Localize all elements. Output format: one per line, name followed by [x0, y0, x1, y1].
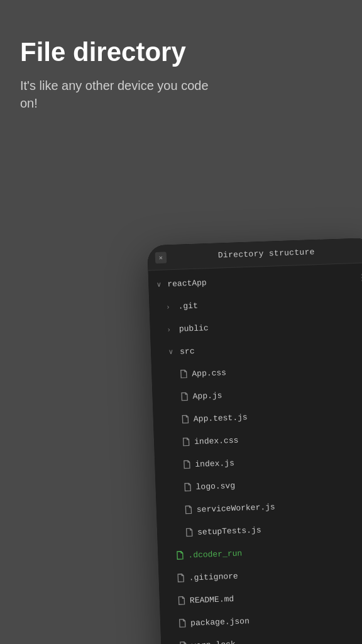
tree-more-icon[interactable]: ⋮	[358, 272, 362, 282]
tree-label-logo_svg: logo.svg	[195, 476, 362, 491]
tree-label-src: src	[180, 340, 360, 356]
tree-label-dcoder_run: .dcoder_run	[188, 544, 362, 560]
tree-label-app_js: App.js	[192, 386, 361, 401]
tree-label-yarn_lock: yarn.lock	[191, 635, 362, 644]
file-tree: ∨reactApp⋮›.git⋮›public⋮∨src⋮ App.css⋮ A…	[148, 263, 362, 644]
tree-label-reactApp: reactApp	[167, 272, 358, 289]
tree-label-setup_tests: setupTests.js	[197, 521, 362, 536]
tree-label-app_test: App.test.js	[194, 408, 362, 423]
file-icon	[178, 619, 187, 628]
file-icon	[177, 596, 186, 605]
hero-subtitle: It's like any other device you code on!	[20, 77, 221, 112]
file-icon	[182, 460, 191, 469]
tree-label-index_css: index.css	[194, 431, 362, 446]
device-screen: × Directory structure ∨reactApp⋮›.git⋮›p…	[147, 238, 362, 644]
tree-label-app_css: App.css	[192, 363, 361, 378]
file-icon	[181, 414, 190, 423]
tree-label-git: .git	[178, 295, 358, 311]
file-icon	[176, 574, 185, 582]
file-icon	[175, 551, 184, 560]
file-icon	[179, 369, 188, 378]
chevron-down-icon: ∨	[156, 280, 165, 288]
tree-more-icon[interactable]: ⋮	[358, 294, 362, 305]
device-frame: × Directory structure ∨reactApp⋮›.git⋮›p…	[147, 238, 362, 644]
file-icon	[180, 392, 189, 401]
tree-label-gitignore: .gitignore	[189, 567, 362, 582]
tab-title: Directory structure	[167, 245, 362, 262]
tree-label-readme: README.md	[190, 589, 362, 605]
tab-close-button[interactable]: ×	[155, 252, 167, 264]
file-icon	[182, 437, 190, 446]
chevron-down-icon: ∨	[168, 347, 177, 355]
tree-label-service_worker: serviceWorker.js	[197, 499, 362, 514]
device-container: × Directory structure ∨reactApp⋮›.git⋮›p…	[155, 242, 362, 644]
hero-title: File directory	[20, 38, 342, 67]
tree-more-icon[interactable]: ⋮	[359, 317, 362, 328]
file-icon	[178, 641, 187, 644]
file-icon	[183, 482, 192, 491]
file-icon	[184, 505, 193, 514]
chevron-right-icon: ›	[168, 325, 177, 333]
file-icon	[185, 528, 194, 536]
tree-label-index_js: index.js	[195, 453, 362, 469]
chevron-right-icon: ›	[167, 303, 175, 310]
tree-label-public: public	[179, 318, 359, 333]
hero-section: File directory It's like any other devic…	[0, 0, 362, 132]
tree-label-package_json: package.json	[190, 612, 362, 628]
